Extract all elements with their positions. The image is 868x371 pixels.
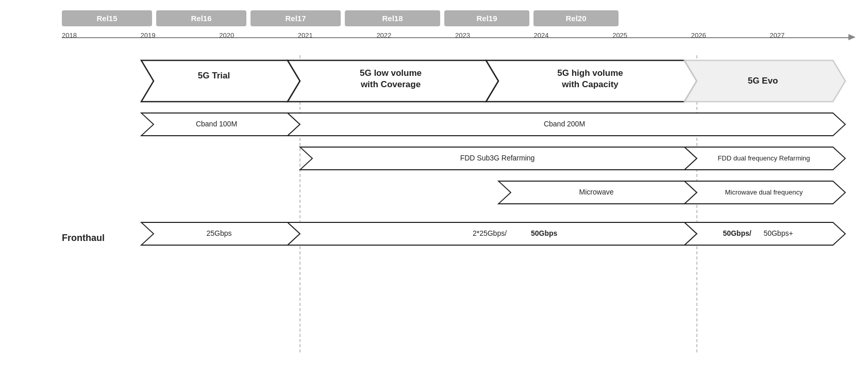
year-2020: 2020 [219,29,298,45]
release-bar-rel19: Rel19 [444,10,529,26]
svg-text:Cband 200M: Cband 200M [544,120,585,128]
year-axis: 2018 2019 2020 2021 2022 2023 2024 2025 … [21,29,856,45]
release-bar-rel16: Rel16 [156,10,246,26]
year-2025: 2025 [612,29,691,45]
svg-text:50Gbps/: 50Gbps/ [723,229,751,237]
arrow-fronthaul-50: 2*25Gbps/ 50Gbps [288,222,697,245]
year-2021: 2021 [298,29,377,45]
page-container: Rel15 Rel16 Rel17 Rel18 Rel19 Rel20 2018… [21,10,856,357]
svg-text:50Gbps+: 50Gbps+ [763,229,793,237]
arrow-5g-high-volume: 5G high volume with Capacity [486,60,697,102]
axis-arrow [848,34,856,40]
year-2019: 2019 [141,29,220,45]
arrow-cband-200m: Cband 200M [288,113,845,136]
arrow-5g-evo: 5G Evo [685,60,845,102]
svg-text:5G Trial: 5G Trial [198,71,230,80]
svg-text:5G high volume: 5G high volume [557,68,623,78]
release-bar-rel18: Rel18 [345,10,440,26]
svg-text:with Coverage: with Coverage [360,79,421,89]
year-2022: 2022 [376,29,455,45]
svg-text:Cband 100M: Cband 100M [196,120,237,128]
svg-text:50Gbps: 50Gbps [531,229,558,237]
arrow-fronthaul-final: 50Gbps/ 50Gbps+ [685,222,845,245]
fronthaul-label: Fronthaul [62,233,105,243]
year-2026: 2026 [691,29,770,45]
arrow-microwave-dual: Microwave dual frequency [685,181,845,204]
arrow-cband-100m: Cband 100M [141,113,300,136]
svg-text:25Gbps: 25Gbps [206,229,231,237]
arrow-microwave: Microwave [498,181,697,204]
arrow-fronthaul-25: 25Gbps [141,222,300,245]
svg-text:5G low volume: 5G low volume [360,68,422,78]
release-bar-rel20: Rel20 [533,10,619,26]
main-diagram: 5G Trial 5G low volume with Coverage 5G … [62,55,856,354]
release-bars-row: Rel15 Rel16 Rel17 Rel18 Rel19 Rel20 [21,10,856,26]
year-2027: 2027 [770,29,848,45]
release-bar-rel17: Rel17 [251,10,341,26]
year-2024: 2024 [534,29,613,45]
svg-text:FDD dual frequency Refarming: FDD dual frequency Refarming [717,154,810,162]
arrow-fdd-dual: FDD dual frequency Refarming [685,147,845,170]
svg-text:2*25Gbps/: 2*25Gbps/ [473,229,507,237]
svg-text:Microwave dual frequency: Microwave dual frequency [725,188,803,196]
svg-text:FDD Sub3G Refarming: FDD Sub3G Refarming [460,154,535,162]
year-2023: 2023 [455,29,534,45]
svg-text:with Capacity: with Capacity [561,79,619,89]
svg-text:Microwave: Microwave [579,188,614,196]
svg-marker-0 [141,60,300,102]
svg-text:5G Evo: 5G Evo [748,76,778,86]
arrow-5g-trial: 5G Trial [141,60,300,102]
arrow-5g-low-volume: 5G low volume with Coverage [288,60,498,102]
year-labels: 2018 2019 2020 2021 2022 2023 2024 2025 … [62,29,848,45]
year-2018: 2018 [62,29,141,45]
release-bar-rel15: Rel15 [62,10,152,26]
arrow-fdd-sub3g: FDD Sub3G Refarming [300,147,697,170]
diagram-container: 5G Trial 5G low volume with Coverage 5G … [21,55,856,357]
